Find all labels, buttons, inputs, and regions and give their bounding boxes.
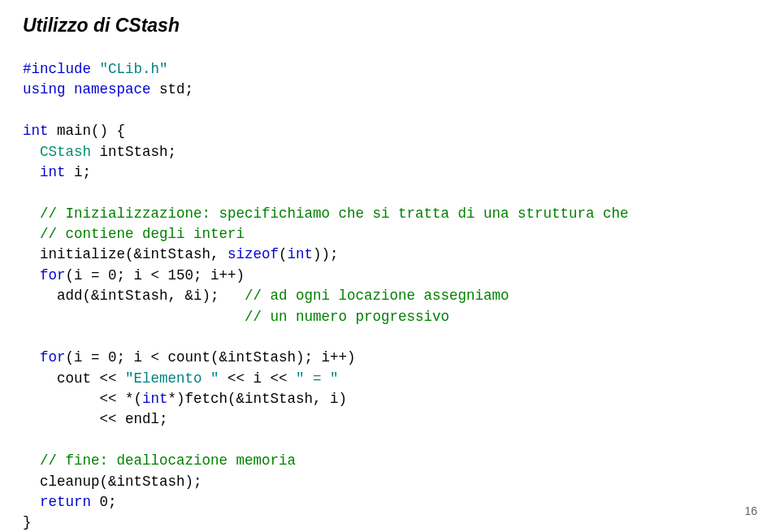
preproc: #include <box>23 61 100 77</box>
string: "CLib.h" <box>100 61 168 77</box>
code-text: *)fetch(&intStash, i) <box>168 391 348 407</box>
kw-int: int <box>23 164 74 180</box>
comment: // un numero progressivo <box>245 309 449 325</box>
code-text: << *( <box>23 391 142 407</box>
code-text: ( <box>279 246 288 262</box>
code-text: add(&intStash, &i); <box>23 288 245 304</box>
kw-int: int <box>142 391 168 407</box>
code-text: << i << <box>228 370 296 387</box>
code-text: initialize(&intStash, <box>23 246 228 262</box>
string: " = " <box>296 370 339 387</box>
comment: // contiene degli interi <box>23 226 245 242</box>
code-text: i; <box>74 164 91 180</box>
code-text: cleanup(&intStash); <box>23 474 202 490</box>
code-text: cout << <box>23 370 125 387</box>
code-block: #include "CLib.h" using namespace std; i… <box>23 59 757 532</box>
comment: // ad ogni locazione assegniamo <box>245 288 509 304</box>
kw-for: for <box>23 349 66 365</box>
kw-for: for <box>23 267 66 283</box>
type: CStash <box>23 144 100 160</box>
code-text: << endl; <box>23 411 168 427</box>
using: using namespace <box>23 81 159 97</box>
kw-int: int <box>23 123 57 139</box>
code-text: )); <box>313 246 339 262</box>
page-number: 16 <box>744 504 757 517</box>
code-text: main() { <box>57 123 125 139</box>
kw-return: return <box>23 494 100 510</box>
code-text: (i = 0; i < 150; i++) <box>66 267 245 283</box>
slide-title: Utilizzo di CStash <box>23 15 757 37</box>
code-text: std; <box>159 81 193 97</box>
kw-int: int <box>288 246 314 262</box>
code-text: 0; <box>100 494 117 510</box>
string: "Elemento " <box>125 370 228 387</box>
kw-sizeof: sizeof <box>228 246 279 262</box>
code-text: intStash; <box>100 144 177 160</box>
code-text <box>23 309 245 325</box>
code-text: (i = 0; i < count(&intStash); i++) <box>66 349 356 365</box>
comment: // fine: deallocazione memoria <box>23 452 296 469</box>
code-text: } <box>23 514 32 530</box>
comment: // Inizializzazione: specifichiamo che s… <box>23 205 629 222</box>
